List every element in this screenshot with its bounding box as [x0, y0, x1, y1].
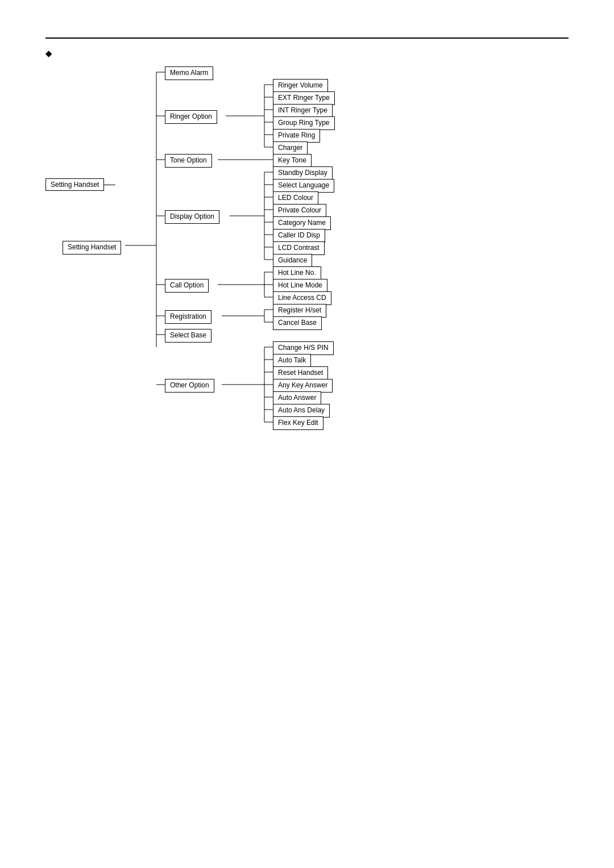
l3-box-3-2: LED Colour	[273, 191, 318, 205]
l3-box-3-7: Guidance	[273, 254, 312, 268]
l3-box-1-1: EXT Ringer Type	[273, 91, 335, 105]
l3-box-1-4: Private Ring	[273, 129, 320, 143]
l3-box-4-2: Line Access CD	[273, 291, 331, 305]
section-header	[45, 49, 569, 58]
l3-box-5-0: Register H/set	[273, 304, 326, 318]
l3-box-7-0: Change H/S PIN	[273, 341, 334, 355]
l2-box-7: Other Option	[165, 379, 214, 393]
l3-box-3-3: Private Colour	[273, 204, 326, 218]
l3-box-3-6: LCD Contrast	[273, 241, 325, 255]
l3-box-7-5: Auto Ans Delay	[273, 404, 330, 418]
l3-box-3-5: Caller ID Disp	[273, 229, 325, 243]
l3-box-7-1: Auto Talk	[273, 354, 311, 368]
l3-box-4-0: Hot Line No.	[273, 266, 321, 280]
l3-box-7-2: Reset Handset	[273, 366, 328, 380]
l3-box-7-4: Auto Answer	[273, 391, 321, 405]
l3-box-2-0: Key Tone	[273, 154, 312, 168]
l3-box-3-0: Standby Display	[273, 166, 333, 180]
l3-box-1-3: Group Ring Type	[273, 116, 335, 130]
l2-box-1: Ringer Option	[165, 110, 217, 124]
l2-box-5: Registration	[165, 310, 211, 324]
page-title	[45, 34, 569, 39]
l2-box-2: Tone Option	[165, 154, 212, 168]
l3-box-1-5: Charger	[273, 141, 308, 155]
l2-box-0: Memo Alarm	[165, 66, 213, 80]
root-box: Setting Handset	[63, 241, 121, 254]
l3-box-3-4: Category Name	[273, 216, 331, 230]
l3-box-7-3: Any Key Answer	[273, 379, 333, 393]
l3-box-1-2: INT Ringer Type	[273, 104, 333, 118]
l3-box-4-1: Hot Line Mode	[273, 279, 327, 293]
l3-box-1-0: Ringer Volume	[273, 79, 328, 93]
l3-box-5-1: Cancel Base	[273, 316, 322, 330]
l2-box-6: Select Base	[165, 329, 211, 343]
l3-box-3-1: Select Language	[273, 179, 334, 193]
l3-box-7-6: Flex Key Edit	[273, 416, 323, 430]
l2-box-4: Call Option	[165, 279, 209, 293]
l2-box-3: Display Option	[165, 210, 219, 224]
tree-diagram: Setting HandsetMemo AlarmRinger OptionRi…	[57, 66, 569, 440]
